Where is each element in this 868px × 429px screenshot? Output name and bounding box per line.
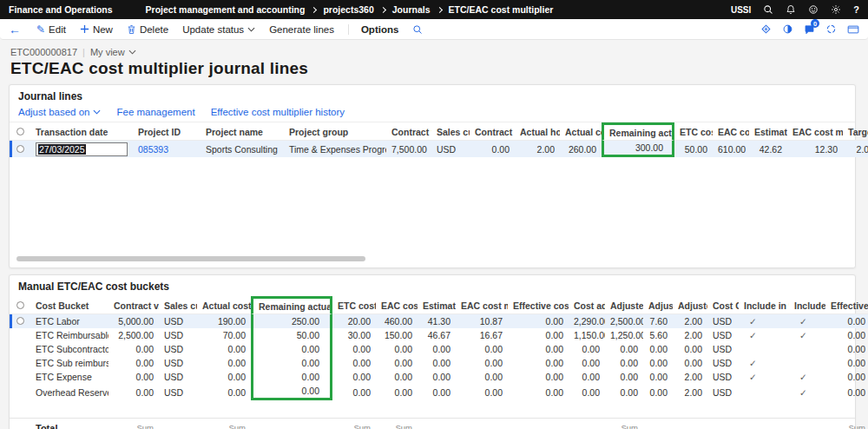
actual-cost-cell[interactable]: 0.00 [197,384,251,400]
etc-cost-cell[interactable]: 20.00 [332,314,376,328]
effective-cost-multiplier-cell[interactable]: 0.00 [508,328,569,342]
include-in-check[interactable] [789,342,825,356]
remaining-actual-cost-cell[interactable]: 0.00 [251,356,332,370]
adjusted-cell[interactable]: 0.00 [605,356,643,370]
feedback-smiley-icon[interactable] [808,4,819,15]
col-actual-cost[interactable]: Actual cost [560,122,602,141]
col-actual-cost[interactable]: Actual cost [197,296,251,314]
remaining-actual-cost-cell[interactable]: 0.00 [251,370,332,384]
col-estimated[interactable]: Estimated ... [749,122,787,141]
project-id-link[interactable]: 085393 [138,144,168,155]
open-in-new-window-icon[interactable] [847,24,859,35]
include-in-check[interactable]: ✓ [789,314,825,328]
col-contract-value[interactable]: Contract v... [386,122,431,141]
adjust-cell[interactable]: 0.00 [643,356,673,370]
cost-bucket-cell[interactable]: ETC Expense [30,370,108,384]
generate-lines-button[interactable]: Generate lines [269,24,334,35]
effective-cost-multiplier-cell[interactable]: 0.00 [508,370,569,384]
contract-value-cell[interactable]: 0.00 [108,342,159,356]
col-etc-cost[interactable]: ETC cost [332,296,376,314]
adjusted-2-cell[interactable]: 0.00 [673,342,707,356]
remaining-actual-cost-cell[interactable]: 300.00 [602,141,674,157]
effective-cost-multiplier-cell[interactable]: 0.00 [508,384,569,400]
col-adjusted[interactable]: Adjuste... [605,296,643,314]
col-include-percent-complete[interactable]: Include in % com... [739,296,789,314]
eac-cost-cell[interactable]: 460.00 [376,314,418,328]
include-in-check[interactable]: ✓ [789,384,825,400]
app-title[interactable]: Finance and Operations [9,4,113,15]
eac-cost-multiplier-cell[interactable]: 10.87 [456,314,508,328]
settings-gear-icon[interactable] [831,4,841,15]
col-project-name[interactable]: Project name [201,122,284,141]
effective-cost-multiplier-cell[interactable]: 0.00 [508,314,569,328]
col-sales-currency[interactable]: Sales curre... [159,296,197,314]
bucket-row[interactable]: ETC Reimbursable 2,500.00 USD 70.00 50.0… [10,328,868,342]
effective-eac-cell[interactable]: 0.00 [825,342,868,356]
include-percent-complete-check[interactable]: ✓ [739,356,789,370]
adjust-based-on-menu[interactable]: Adjust based on [18,107,101,117]
col-adjust[interactable]: Adjus... [643,296,673,314]
cost-currency-cell[interactable]: USD [707,384,739,400]
cost-bucket-cell[interactable]: Overhead Reserve [30,384,108,400]
edit-button[interactable]: ✎ Edit [36,24,66,35]
adjusted-cell[interactable]: 0.00 [605,342,643,356]
etc-cost-cell[interactable]: 0.00 [332,356,376,370]
breadcrumb-area[interactable]: projects360 [323,4,373,15]
remaining-actual-cost-cell[interactable]: 50.00 [251,328,332,342]
cost-adjustment-cell[interactable]: 0.00 [569,370,605,384]
contract-value-cell[interactable]: 7,500.00 [386,141,431,157]
eac-cost-multiplier-cell[interactable]: 12.30 [787,141,843,157]
breadcrumb-journals[interactable]: Journals [392,4,431,15]
include-percent-complete-check[interactable]: ✓ [739,328,789,342]
include-in-check[interactable]: ✓ [789,370,825,384]
col-eac-cost-multiplier[interactable]: EAC cost multiplier [456,296,508,314]
eac-cost-cell[interactable]: 0.00 [376,356,418,370]
cost-bucket-cell[interactable]: ETC Subcontractor [30,342,108,356]
remaining-actual-cost-cell[interactable]: 0.00 [251,384,332,400]
project-group-cell[interactable]: Time & Expenses Progress [284,141,386,157]
include-percent-complete-check[interactable]: ✓ [739,370,789,384]
eac-cost-cell[interactable]: 610.00 [713,141,749,157]
adjusted-cell[interactable]: 1,250.00 [605,328,643,342]
options-tab[interactable]: Options [348,24,398,35]
company-picker[interactable]: USSI [731,5,751,15]
effective-eac-cell[interactable]: 0.00 [825,384,868,400]
effective-eac-cell[interactable]: 0.00 [825,314,868,328]
col-transaction-date[interactable]: Transaction date [30,122,133,141]
estimated-cell[interactable]: 0.00 [418,356,456,370]
actual-hours-cell[interactable]: 2.00 [515,141,560,157]
actual-cost-cell[interactable]: 0.00 [197,342,251,356]
bucket-row[interactable]: Overhead Reserve 0.00 USD 0.00 0.00 0.00… [10,384,868,400]
include-percent-complete-check[interactable] [739,342,789,356]
col-etc-cost[interactable]: ETC cost [674,122,713,141]
estimated-cell[interactable]: 0.00 [418,384,456,400]
sales-currency-cell[interactable]: USD [159,314,197,328]
adjusted-2-cell[interactable]: 2.00 [673,314,707,328]
include-percent-complete-check[interactable] [739,384,789,400]
contract-value-cell[interactable]: 0.00 [108,356,159,370]
etc-cost-cell[interactable]: 0.00 [332,370,376,384]
col-effective-cost-multiplier[interactable]: Effective cost multiplier [508,296,569,314]
help-icon[interactable]: ? [853,4,859,15]
estimated-cell[interactable]: 41.30 [418,314,456,328]
contrast-circle-icon[interactable] [782,23,793,35]
cost-adjustment-cell[interactable]: 2,290.00 [569,314,605,328]
bucket-row[interactable]: ETC Labor 5,000.00 USD 190.00 250.00 20.… [10,314,868,328]
effective-eac-cell[interactable]: 0.00 [825,370,868,384]
sales-currency-cell[interactable]: USD [159,370,197,384]
remaining-actual-cost-cell[interactable]: 0.00 [251,342,332,356]
eac-cost-multiplier-cell[interactable]: 0.00 [456,384,508,400]
cost-bucket-cell[interactable]: ETC Reimbursable [30,328,108,342]
etc-cost-cell[interactable]: 0.00 [332,342,376,356]
cost-adjustment-cell[interactable]: 0.00 [569,384,605,400]
adjusted-2-cell[interactable]: 0.00 [673,356,707,370]
adjusted-2-cell[interactable]: 2.00 [673,384,707,400]
estimated-cell[interactable]: 42.62 [749,141,787,157]
col-cost-bucket[interactable]: Cost Bucket [30,296,108,314]
diamond-icon[interactable] [760,23,772,35]
col-remaining-actual-cost[interactable]: Remaining actual cost [251,296,332,314]
contract-value-cell[interactable]: 0.00 [108,384,159,400]
col-cost-adjustment[interactable]: Cost adju... [569,296,605,314]
target-cost-cell[interactable]: 2.00 [843,141,868,157]
cost-adjustment-cell[interactable]: 0.00 [569,342,605,356]
